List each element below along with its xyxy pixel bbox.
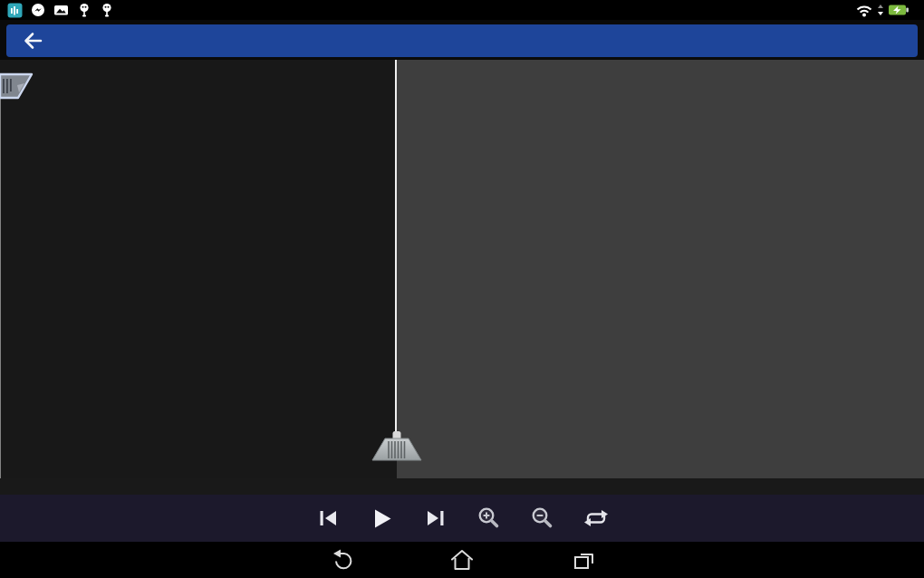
skip-previous-button[interactable]	[308, 499, 350, 537]
transport-bar	[0, 495, 924, 542]
zoom-in-button[interactable]	[468, 499, 510, 537]
waveform-area[interactable]	[0, 60, 924, 478]
playhead-marker-icon	[370, 429, 424, 463]
audio-waveform[interactable]	[0, 60, 397, 478]
status-bar	[0, 0, 924, 20]
app-toolbar	[6, 24, 918, 57]
nav-back-button[interactable]	[322, 544, 360, 575]
playhead-line	[395, 60, 397, 435]
skip-next-button[interactable]	[415, 499, 457, 537]
notification-icons	[7, 3, 114, 18]
file-info-bar	[0, 478, 924, 495]
start-marker-icon	[0, 72, 35, 101]
play-button[interactable]	[361, 499, 403, 537]
back-button[interactable]	[17, 27, 48, 54]
loop-icon	[582, 508, 611, 528]
screenshot-icon	[53, 3, 69, 17]
nav-back-icon	[329, 548, 353, 572]
app-toolbar-wrap	[0, 20, 924, 60]
android-nav-bar	[0, 542, 924, 578]
usb-icon	[100, 3, 114, 18]
selection-start-handle[interactable]	[0, 72, 35, 105]
skip-next-icon	[425, 509, 446, 527]
wifi-icon	[855, 3, 873, 17]
unplayed-region[interactable]	[397, 60, 924, 478]
audio-editor-app-icon	[7, 3, 23, 18]
nav-home-button[interactable]	[443, 544, 481, 575]
network-activity-icon	[877, 4, 884, 16]
screen	[0, 0, 924, 578]
nav-home-icon	[449, 548, 475, 572]
messenger-icon	[31, 3, 45, 17]
arrow-left-icon	[22, 31, 43, 51]
zoom-out-icon	[530, 506, 554, 531]
nav-recents-button[interactable]	[564, 544, 602, 575]
skip-previous-icon	[318, 509, 339, 527]
play-icon	[371, 508, 393, 529]
nav-recents-icon	[571, 548, 596, 572]
zoom-out-button[interactable]	[522, 499, 563, 537]
playhead-handle[interactable]	[370, 429, 424, 467]
selection-start-line	[0, 74, 1, 478]
battery-charging-icon	[888, 4, 910, 16]
status-indicators	[855, 3, 917, 17]
zoom-in-icon	[476, 506, 501, 531]
usb-icon	[77, 3, 91, 18]
loop-button[interactable]	[575, 499, 617, 537]
